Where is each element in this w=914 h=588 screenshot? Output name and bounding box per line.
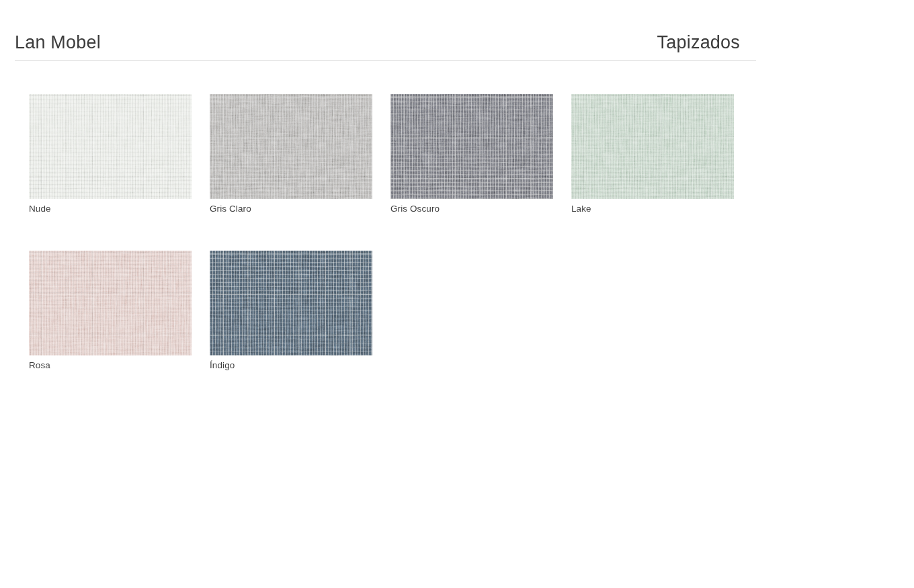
fabric-grain-overlay (29, 94, 192, 199)
fabric-grain-overlay (210, 251, 372, 355)
fabric-sample-indigo[interactable] (210, 251, 372, 355)
swatch-rosa: Rosa (29, 251, 192, 371)
fabric-grain-overlay (29, 251, 192, 355)
brand-title: Lan Mobel (15, 32, 101, 53)
fabric-sample-rosa[interactable] (29, 251, 192, 355)
fabric-sample-nude[interactable] (29, 94, 192, 199)
fabric-sample-lake[interactable] (571, 94, 734, 199)
swatch-grid: Nude Gris Claro Gris Oscuro (29, 94, 734, 371)
swatch-label: Nude (29, 204, 192, 214)
fabric-grain-overlay (210, 94, 372, 199)
section-title: Tapizados (657, 32, 740, 53)
swatch-nude: Nude (29, 94, 192, 214)
fabric-grain-overlay (390, 94, 553, 199)
swatch-lake: Lake (571, 94, 734, 214)
swatch-gris-oscuro: Gris Oscuro (390, 94, 553, 214)
swatch-gris-claro: Gris Claro (210, 94, 372, 214)
fabric-sample-gris-claro[interactable] (210, 94, 372, 199)
swatch-label: Índigo (210, 360, 372, 371)
swatch-indigo: Índigo (210, 251, 372, 371)
fabric-sample-gris-oscuro[interactable] (390, 94, 553, 199)
fabric-grain-overlay (571, 94, 734, 199)
catalog-page: Lan Mobel Tapizados Nude Gris (0, 0, 914, 588)
page-header: Lan Mobel Tapizados (15, 32, 756, 61)
swatch-label: Lake (571, 204, 734, 214)
swatch-label: Rosa (29, 360, 192, 371)
swatch-label: Gris Oscuro (390, 204, 553, 214)
swatch-label: Gris Claro (210, 204, 372, 214)
